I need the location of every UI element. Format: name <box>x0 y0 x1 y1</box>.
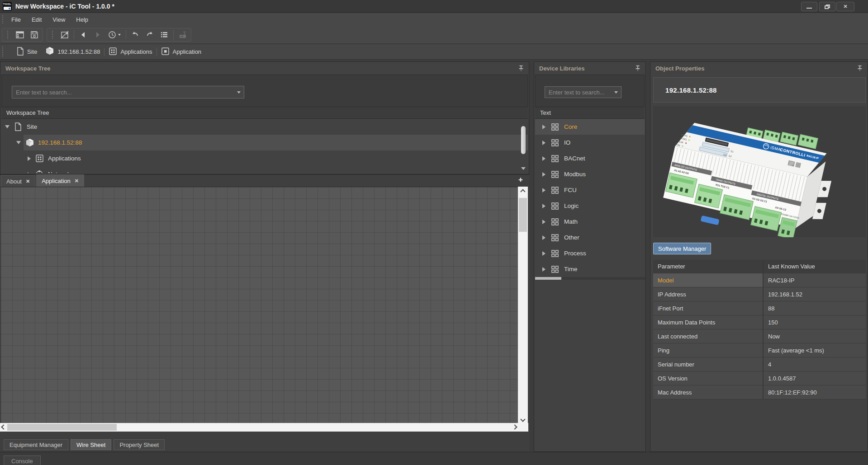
device-libraries-search-input[interactable] <box>545 89 611 96</box>
library-item-logic[interactable]: Logic <box>535 198 645 214</box>
property-row-ifnet-port[interactable]: iFnet Port88 <box>653 301 866 315</box>
save-workspace-button[interactable] <box>29 29 40 40</box>
breadcrumb-item-applications[interactable]: Applications <box>104 47 156 57</box>
property-row-serial-number[interactable]: Serial number4 <box>653 357 866 371</box>
scroll-down-icon[interactable] <box>521 167 526 172</box>
device-connection-button[interactable] <box>177 29 188 40</box>
redo-button[interactable] <box>144 29 155 40</box>
chevron-down-icon[interactable] <box>16 141 21 144</box>
tab-about[interactable]: About✕ <box>1 175 35 187</box>
chevron-right-icon[interactable] <box>542 141 545 145</box>
breadcrumb-grip-handle[interactable] <box>2 46 4 57</box>
canvas-horizontal-scrollbar[interactable] <box>0 423 528 432</box>
chevron-right-icon[interactable] <box>542 188 545 193</box>
software-manager-button[interactable]: Software Manager <box>653 243 711 254</box>
library-item-math[interactable]: Math <box>535 214 645 230</box>
library-item-core[interactable]: Core <box>535 119 645 135</box>
property-row-ip-address[interactable]: IP Address192.168.1.52 <box>653 287 866 301</box>
property-row-maximum-data-points[interactable]: Maximum Data Points150 <box>653 315 866 329</box>
menu-grip-handle[interactable] <box>2 15 4 24</box>
undo-button[interactable] <box>130 29 141 40</box>
tree-item-applications[interactable]: Applications <box>1 150 528 166</box>
tree-item-site[interactable]: Site <box>1 119 528 135</box>
workspace-tree-title: Workspace Tree <box>5 65 50 72</box>
property-row-last-connected[interactable]: Last connectedNow <box>653 329 866 343</box>
property-row-mac-address[interactable]: Mac Address80:1F:12:EF:92:90 <box>653 385 866 399</box>
library-item-process[interactable]: Process <box>535 245 645 261</box>
property-row-ping[interactable]: PingFast (average <1 ms) <box>653 343 866 357</box>
scroll-down-icon[interactable] <box>520 417 525 422</box>
menu-help[interactable]: Help <box>71 14 94 25</box>
library-grid-icon <box>551 155 559 163</box>
scrollbar-thumb[interactable] <box>521 126 526 154</box>
view-tab-property-sheet[interactable]: Property Sheet <box>114 439 165 450</box>
library-item-bacnet[interactable]: BACnet <box>535 150 645 166</box>
view-tab-equipment-manager[interactable]: Equipment Manager <box>4 439 68 450</box>
add-tab-button[interactable]: + <box>518 175 523 184</box>
chevron-right-icon[interactable] <box>542 172 545 177</box>
library-item-modbus[interactable]: Modbus <box>535 166 645 182</box>
chevron-right-icon[interactable] <box>542 156 545 161</box>
scrollbar-thumb[interactable] <box>7 424 117 431</box>
property-row-os-version[interactable]: OS Version1.0.0.4587 <box>653 371 866 385</box>
chevron-right-icon[interactable] <box>542 220 545 224</box>
breadcrumb-item-192-168-1-52-88[interactable]: 192.168.1.52:88 <box>41 47 104 57</box>
close-icon: ✕ <box>843 4 847 9</box>
pin-icon[interactable] <box>634 65 641 72</box>
pin-icon[interactable] <box>517 65 525 72</box>
chevron-right-icon[interactable] <box>542 267 545 272</box>
edit-mode-button[interactable] <box>59 29 70 40</box>
minimize-button[interactable] <box>801 2 817 11</box>
view-tab-wire-sheet[interactable]: Wire Sheet <box>71 439 111 450</box>
chevron-right-icon[interactable] <box>542 125 545 129</box>
chevron-right-icon[interactable] <box>542 235 545 240</box>
library-item-other[interactable]: Other <box>535 230 645 245</box>
breadcrumb-item-application[interactable]: Application <box>157 47 206 57</box>
close-icon[interactable]: ✕ <box>26 178 30 184</box>
breadcrumb-item-site[interactable]: Site <box>12 47 41 57</box>
menu-edit[interactable]: Edit <box>26 14 47 25</box>
tree-item-networks[interactable]: Networks <box>1 166 528 173</box>
library-item-fcu[interactable]: FCU <box>535 182 645 198</box>
device-libraries-horizontal-scrollbar[interactable] <box>535 277 645 280</box>
property-value: RAC18-IP <box>764 273 866 287</box>
library-item-io[interactable]: IO <box>535 135 645 150</box>
chevron-down-icon[interactable] <box>5 125 9 128</box>
toolbar-grip-handle[interactable] <box>7 30 9 39</box>
workspace-tree-scrollbar[interactable] <box>521 121 526 172</box>
restore-button[interactable] <box>819 2 835 11</box>
tree-item-192-168-1-52-88[interactable]: 192.168.1.52:88 <box>1 135 528 150</box>
chevron-down-icon[interactable] <box>234 86 244 98</box>
scroll-right-icon[interactable] <box>511 423 518 432</box>
chevron-down-icon[interactable] <box>611 87 621 98</box>
workspace-tree-search-input[interactable] <box>12 89 234 96</box>
scrollbar-thumb[interactable] <box>519 198 527 232</box>
scroll-up-icon[interactable] <box>520 189 525 194</box>
console-button[interactable]: Console <box>4 456 41 465</box>
chevron-right-icon[interactable] <box>28 156 31 161</box>
toolbar-group-navigation <box>47 28 191 42</box>
history-button[interactable] <box>107 29 122 40</box>
library-item-time[interactable]: Time <box>535 261 645 277</box>
menu-view[interactable]: View <box>47 14 71 25</box>
chevron-right-icon[interactable] <box>542 251 545 256</box>
forward-button[interactable] <box>92 29 103 40</box>
property-row-model[interactable]: ModelRAC18-IP <box>653 273 866 287</box>
tree-item-label: Networks <box>48 171 73 173</box>
chevron-right-icon[interactable] <box>28 172 31 174</box>
new-workspace-button[interactable] <box>14 29 25 40</box>
menu-file[interactable]: File <box>6 14 26 25</box>
back-button[interactable] <box>78 29 89 40</box>
scrollbar-thumb[interactable] <box>535 277 561 280</box>
toolbar-grip-handle-2[interactable] <box>52 30 54 39</box>
log-list-button[interactable] <box>159 29 170 40</box>
wire-sheet-canvas[interactable] <box>1 187 518 423</box>
close-button[interactable]: ✕ <box>836 2 854 11</box>
library-grid-icon <box>551 123 559 131</box>
canvas-vertical-scrollbar[interactable] <box>518 187 528 423</box>
pin-icon[interactable] <box>856 65 863 72</box>
close-icon[interactable]: ✕ <box>75 178 79 184</box>
chevron-right-icon[interactable] <box>542 204 545 208</box>
tab-application[interactable]: Application✕ <box>36 174 84 187</box>
scroll-left-icon[interactable] <box>0 423 7 432</box>
